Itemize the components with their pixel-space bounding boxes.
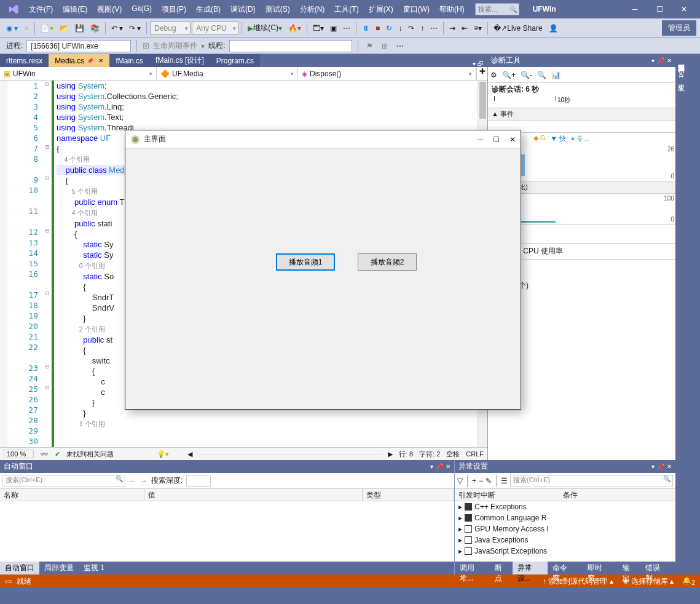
tab-locals[interactable]: 局部变量 xyxy=(39,562,79,574)
tab-command[interactable]: 命令窗... xyxy=(548,562,583,574)
menu-view[interactable]: 视图(V) xyxy=(93,2,126,17)
menu-file[interactable]: 文件(F) xyxy=(25,2,57,17)
repo-select[interactable]: ◈ 选择存储库 ▴ xyxy=(622,576,674,587)
menu-debug[interactable]: 调试(D) xyxy=(226,2,260,17)
zoom-combo[interactable]: 100 % xyxy=(4,450,34,458)
diag-autohide[interactable]: ▾ xyxy=(651,57,655,64)
save-button[interactable]: 💾 xyxy=(73,22,87,35)
thread-combo[interactable] xyxy=(229,40,352,52)
side-tab-solution[interactable]: 解决方案资源管理器 xyxy=(675,54,687,64)
exc-search[interactable]: 搜索(Ctrl+E)🔍 xyxy=(510,475,673,487)
indent-button[interactable]: ⇥ xyxy=(447,22,458,35)
col-cond[interactable]: 条件 xyxy=(559,489,581,501)
col-type[interactable]: 类型 xyxy=(363,489,454,501)
reset-icon[interactable]: 🔍 xyxy=(537,71,546,79)
tab-fmain[interactable]: fMain.cs xyxy=(109,54,149,67)
nav-back-button[interactable]: ◉ ▾ xyxy=(4,22,20,35)
tab-media[interactable]: Media.cs📌✕ xyxy=(49,54,109,67)
remove-icon[interactable]: − xyxy=(479,477,483,485)
dialog-titlebar[interactable]: 主界面 ─ ☐ ✕ xyxy=(125,130,521,149)
close-button[interactable]: ✕ xyxy=(672,0,696,18)
nav-next[interactable]: → xyxy=(140,477,147,485)
step-out-button[interactable]: ↑ xyxy=(418,22,427,35)
app-button[interactable]: ▣ xyxy=(328,22,339,35)
feedback-button[interactable]: 👤 xyxy=(546,22,560,35)
tab-immediate[interactable]: 即时窗... xyxy=(583,562,618,574)
maximize-button[interactable]: ☐ xyxy=(647,0,672,18)
health-icon[interactable]: 👓 xyxy=(40,450,49,458)
tab-ritems[interactable]: rItems.resx xyxy=(0,54,49,67)
play-audio-2-button[interactable]: 播放音频2 xyxy=(358,253,417,271)
side-tab-git[interactable]: Git 更改 xyxy=(675,64,687,84)
gear-icon[interactable]: ⚙ xyxy=(490,71,497,79)
redo-button[interactable]: ↷ ▾ xyxy=(127,22,143,35)
stack-button[interactable]: ⊞ xyxy=(379,39,390,53)
auto-search[interactable]: 搜索(Ctrl+E) xyxy=(2,475,125,487)
edit-icon[interactable]: ✎ xyxy=(486,477,492,485)
nav-fwd-button[interactable]: ○ xyxy=(22,22,31,35)
pause-button[interactable]: ⏸ xyxy=(360,22,372,35)
tab-breakpoints[interactable]: 断点 xyxy=(490,562,513,574)
tab-program[interactable]: Program.cs xyxy=(210,54,260,67)
diag-events-hdr[interactable]: ▲ 事件 xyxy=(488,108,675,121)
platform-combo[interactable]: Any CPU xyxy=(192,22,238,35)
liveshare-button[interactable]: �↗ Live Share xyxy=(491,22,545,35)
misc3-button[interactable]: ⋯ xyxy=(394,39,406,53)
notifications[interactable]: 🔔2 xyxy=(682,576,695,586)
zoomout-icon[interactable]: 🔍- xyxy=(521,71,532,79)
menu-tools[interactable]: 工具(T) xyxy=(330,2,363,17)
nav-prev[interactable]: ← xyxy=(129,477,136,485)
menu-analyze[interactable]: 分析(N) xyxy=(296,2,329,17)
tab-errors[interactable]: 错误列... xyxy=(640,562,675,574)
list-icon[interactable]: ☰ xyxy=(501,477,508,485)
chart-icon[interactable]: 📊 xyxy=(551,71,560,79)
browse-button[interactable]: 🗔▾ xyxy=(310,22,326,35)
col-value[interactable]: 值 xyxy=(144,489,363,501)
menu-build[interactable]: 生成(B) xyxy=(192,2,225,17)
lightbulb-icon[interactable]: 💡▾ xyxy=(157,450,169,458)
diag-pin[interactable]: 📌 xyxy=(657,57,664,64)
dialog-min[interactable]: ─ xyxy=(478,135,483,144)
restart-button[interactable]: ↻ xyxy=(383,22,395,35)
filter-icon[interactable]: ▽ xyxy=(457,477,463,485)
misc2-button[interactable]: ⋯ xyxy=(428,22,440,35)
continue-button[interactable]: ▶ 继续(C) ▾ xyxy=(245,22,285,35)
exc-list[interactable]: ▸C++ Exceptions▸Common Language R▸GPU Me… xyxy=(455,501,675,562)
menu-test[interactable]: 测试(S) xyxy=(261,2,294,17)
saveall-button[interactable]: 📚 xyxy=(88,22,102,35)
tab-exceptions[interactable]: 异常设... xyxy=(513,562,548,574)
hot-reload-button[interactable]: 🔥▾ xyxy=(286,22,304,35)
flag-button[interactable]: ⚑ xyxy=(364,39,376,53)
title-search-input[interactable] xyxy=(476,6,506,13)
dialog-close[interactable]: ✕ xyxy=(509,135,516,144)
tab-output[interactable]: 输出 xyxy=(618,562,640,574)
add-icon[interactable]: + xyxy=(472,477,476,485)
open-button[interactable]: 📂 xyxy=(57,22,71,35)
tab-watch[interactable]: 监视 1 xyxy=(79,562,109,574)
config-combo[interactable]: Debug xyxy=(150,22,191,35)
minimize-button[interactable]: ─ xyxy=(623,0,647,18)
tab-overflow[interactable]: ▾ 🗗 xyxy=(469,60,487,67)
auto-body[interactable] xyxy=(0,501,454,562)
menu-ext[interactable]: 扩展(X) xyxy=(364,2,398,17)
nav-split[interactable]: ✚ xyxy=(476,67,487,80)
diag-close[interactable]: ✕ xyxy=(667,57,672,64)
comment-button[interactable]: ≡▾ xyxy=(471,22,484,35)
outline-margin[interactable]: ⊟⊟⊟⊟⊟⊟⊟ xyxy=(43,81,52,447)
nav-member[interactable]: ◈Dispose() xyxy=(298,67,476,80)
new-button[interactable]: 📄▾ xyxy=(38,22,56,35)
close-icon[interactable]: ✕ xyxy=(98,57,103,64)
tab-fmain-design[interactable]: fMain.cs [设计] xyxy=(149,54,210,67)
breakpoint-margin[interactable] xyxy=(0,81,7,447)
tab-auto[interactable]: 自动窗口 xyxy=(0,562,39,574)
depth-input[interactable] xyxy=(186,475,211,487)
menu-git[interactable]: Git(G) xyxy=(127,2,156,17)
nav-class[interactable]: 🔶UF.Media xyxy=(157,67,298,80)
outdent-button[interactable]: ⇤ xyxy=(459,22,470,35)
dialog-max[interactable]: ☐ xyxy=(493,135,500,144)
misc-button[interactable]: ⋯ xyxy=(340,22,353,35)
pin-icon[interactable]: 📌 xyxy=(87,58,93,64)
col-name[interactable]: 名称 xyxy=(0,489,144,501)
menu-help[interactable]: 帮助(H) xyxy=(435,2,469,17)
stop-button[interactable]: ■ xyxy=(373,22,382,35)
